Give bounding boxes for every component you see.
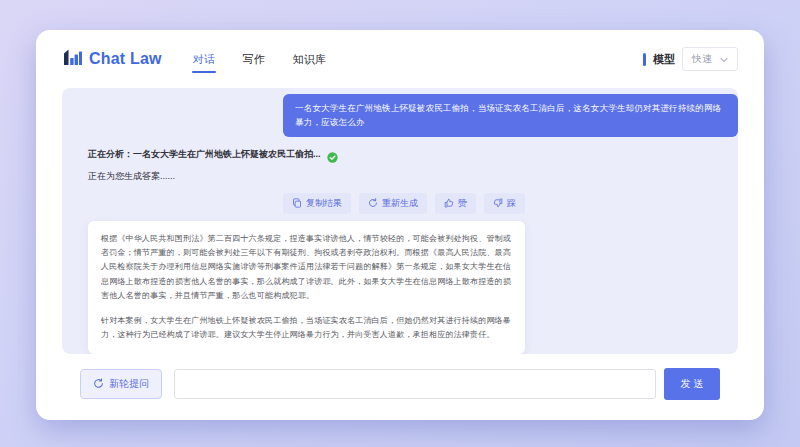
regenerate-button[interactable]: 重新生成 xyxy=(359,193,427,214)
answer-paragraph: 针对本案例，女大学生在广州地铁上怀疑被农民工偷拍，当场证实农名工清白后，但她仍然… xyxy=(101,314,512,342)
answer-actions: 复制结果 重新生成 赞 踩 xyxy=(88,193,525,214)
app-title: Chat Law xyxy=(89,50,162,68)
nav-tab-knowledge-base[interactable]: 知识库 xyxy=(292,46,327,73)
answer-paragraph: 根据《中华人民共和国刑法》第二百四十六条规定，捏造事实诽谤他人，情节较轻的，可能… xyxy=(101,232,512,303)
refresh-icon xyxy=(93,378,104,391)
copy-result-button[interactable]: 复制结果 xyxy=(283,193,351,214)
dislike-button[interactable]: 踩 xyxy=(484,193,525,214)
answer-card: 根据《中华人民共和国刑法》第二百四十六条规定，捏造事实诽谤他人，情节较轻的，可能… xyxy=(88,221,525,354)
check-circle-icon xyxy=(327,149,338,160)
model-select-dropdown[interactable]: 快速 xyxy=(682,47,738,71)
bar-chart-logo-icon xyxy=(62,47,82,71)
model-label: 模型 xyxy=(653,52,675,67)
user-message-bubble: 一名女大学生在广州地铁上怀疑被农民工偷拍，当场证实农名工清白后，这名女大学生却仍… xyxy=(283,94,738,137)
like-button[interactable]: 赞 xyxy=(435,193,476,214)
main-nav: 对话 写作 知识库 xyxy=(192,46,327,73)
nav-tab-writing[interactable]: 写作 xyxy=(242,46,266,73)
new-round-label: 新轮提问 xyxy=(109,377,149,391)
message-input[interactable] xyxy=(174,369,656,399)
analysis-status-line: 正在分析：一名女大学生在广州地铁上怀疑被农民工偷拍... xyxy=(88,148,738,161)
accent-bar xyxy=(643,53,646,66)
model-section: 模型 快速 xyxy=(643,47,738,71)
copy-result-label: 复制结果 xyxy=(306,197,342,210)
app-window: Chat Law 对话 写作 知识库 模型 快速 一名女大学生在广州地铁上怀疑被… xyxy=(36,30,764,420)
app-logo: Chat Law xyxy=(62,47,162,71)
thumbs-up-icon xyxy=(444,198,454,208)
copy-icon xyxy=(292,198,302,208)
nav-tab-dialogue[interactable]: 对话 xyxy=(192,46,216,73)
generating-status-text: 正在为您生成答案...... xyxy=(88,170,738,183)
refresh-icon xyxy=(368,198,378,208)
like-label: 赞 xyxy=(458,197,467,210)
composer-bar: 新轮提问 发 送 xyxy=(80,368,720,400)
send-button[interactable]: 发 送 xyxy=(664,368,720,400)
new-round-button[interactable]: 新轮提问 xyxy=(80,369,162,399)
dislike-label: 踩 xyxy=(507,197,516,210)
app-header: Chat Law 对话 写作 知识库 模型 快速 xyxy=(36,30,764,88)
thumbs-down-icon xyxy=(493,198,503,208)
chevron-down-icon xyxy=(720,54,728,65)
model-select-value: 快速 xyxy=(692,52,712,66)
regenerate-label: 重新生成 xyxy=(382,197,418,210)
analysis-status-text: 正在分析：一名女大学生在广州地铁上怀疑被农民工偷拍... xyxy=(88,148,321,161)
chat-area: 一名女大学生在广州地铁上怀疑被农民工偷拍，当场证实农名工清白后，这名女大学生却仍… xyxy=(62,88,738,354)
